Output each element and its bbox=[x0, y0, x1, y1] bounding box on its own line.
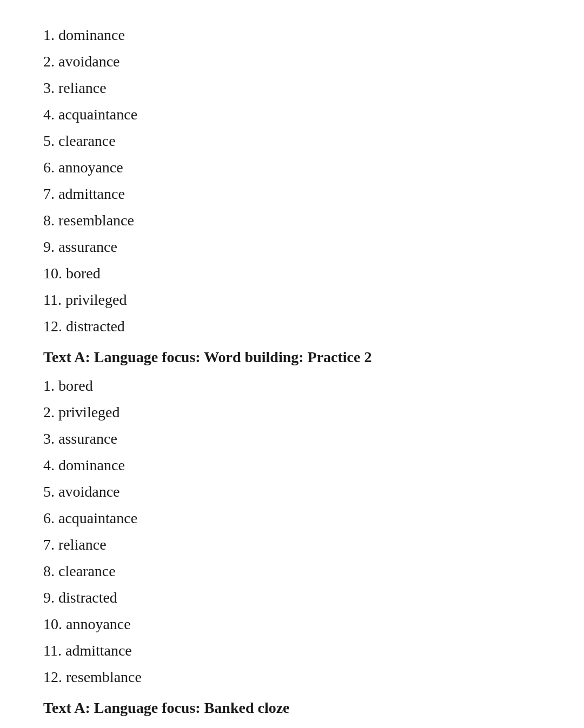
list-item: 4. dominance bbox=[43, 452, 552, 478]
list-item: 1. characterized bbox=[43, 723, 552, 728]
list-item: 10. bored bbox=[43, 260, 552, 286]
list-item: 3. reliance bbox=[43, 75, 552, 101]
list-item: 1. bored bbox=[43, 372, 552, 399]
list-item: 11. admittance bbox=[43, 637, 552, 664]
list-item: 7. reliance bbox=[43, 531, 552, 558]
list-item: 1. dominance bbox=[43, 22, 552, 48]
list-item: 6. annoyance bbox=[43, 154, 552, 181]
list-item: 11. privileged bbox=[43, 286, 552, 313]
section3-list: 1. characterized 2. aspects 3. amount 4.… bbox=[43, 723, 552, 728]
list-item: 5. avoidance bbox=[43, 478, 552, 505]
list-item: 12. distracted bbox=[43, 313, 552, 339]
list-item: 2. privileged bbox=[43, 399, 552, 425]
list-item: 9. assurance bbox=[43, 233, 552, 260]
list-item: 3. assurance bbox=[43, 425, 552, 452]
section-heading-2: Text A: Language focus: Banked cloze bbox=[43, 694, 552, 721]
list-item: 10. annoyance bbox=[43, 611, 552, 637]
list-item: 8. clearance bbox=[43, 558, 552, 584]
list-item: 12. resemblance bbox=[43, 664, 552, 690]
list-item: 5. clearance bbox=[43, 128, 552, 154]
list-item: 6. acquaintance bbox=[43, 505, 552, 531]
list-item: 4. acquaintance bbox=[43, 101, 552, 128]
list-item: 7. admittance bbox=[43, 181, 552, 207]
section-heading-1: Text A: Language focus: Word building: P… bbox=[43, 344, 552, 370]
list-item: 9. distracted bbox=[43, 584, 552, 611]
list-item: 8. resemblance bbox=[43, 207, 552, 233]
section2-list: 1. bored 2. privileged 3. assurance 4. d… bbox=[43, 372, 552, 690]
section1-list: 1. dominance 2. avoidance 3. reliance 4.… bbox=[43, 22, 552, 339]
list-item: 2. avoidance bbox=[43, 48, 552, 75]
